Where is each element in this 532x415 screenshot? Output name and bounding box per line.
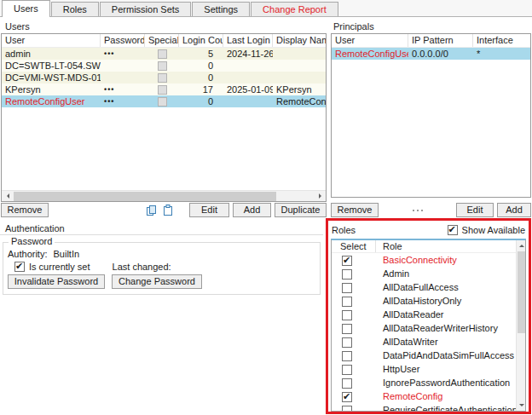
col-header-user[interactable]: User: [2, 34, 101, 47]
role-checkbox[interactable]: [342, 365, 352, 375]
role-table-row[interactable]: DataPidAndDataSimFullAccess: [332, 349, 525, 362]
is-currently-set-checkbox[interactable]: [14, 262, 25, 272]
login-count-cell: 0: [179, 96, 223, 107]
user-table-row[interactable]: DC=VMI-WST-MDS-01.ve 0: [2, 72, 326, 84]
display-name-cell: KPersyn: [273, 84, 326, 95]
special-cell: [145, 96, 179, 107]
tab-roles[interactable]: Roles: [51, 2, 99, 16]
copy-icon[interactable]: [145, 204, 158, 217]
special-checkbox[interactable]: [158, 85, 167, 95]
col-header-select[interactable]: Select: [332, 240, 376, 252]
role-table-row[interactable]: AllDataWriter: [332, 335, 525, 349]
role-checkbox[interactable]: [342, 337, 352, 348]
principals-button-row: Remove Edit Add: [331, 203, 531, 217]
principals-add-button[interactable]: Add: [497, 203, 531, 217]
role-name-cell: AllDataHistoryOnly: [376, 296, 525, 306]
role-table-row[interactable]: AllDataReaderWriterHistory: [332, 321, 525, 335]
users-table[interactable]: User Password Special Login Count Last L…: [1, 33, 327, 202]
last-changed-label: Last changed:: [113, 262, 171, 272]
special-cell: [145, 61, 179, 72]
scrollbar-thumb[interactable]: [14, 192, 276, 201]
role-name-cell: AllDataReader: [376, 309, 525, 320]
users-remove-button[interactable]: Remove: [1, 203, 49, 217]
tab-permission-sets[interactable]: Permission Sets: [100, 2, 191, 16]
role-table-row[interactable]: HttpUser: [332, 362, 525, 376]
password-group-title: Password: [9, 236, 55, 246]
role-select-cell: [332, 308, 376, 320]
special-checkbox[interactable]: [158, 61, 167, 71]
tab-change-report[interactable]: Change Report: [251, 2, 338, 16]
principals-table[interactable]: User IP Pattern Interface RemoteConfigUs…: [331, 33, 531, 198]
role-checkbox[interactable]: [342, 310, 352, 320]
users-horizontal-scrollbar[interactable]: [2, 190, 326, 201]
user-cell: KPersyn: [2, 84, 101, 95]
tab-settings[interactable]: Settings: [192, 2, 250, 16]
splitter-handle-icon[interactable]: [413, 210, 423, 211]
role-checkbox[interactable]: [342, 324, 352, 334]
special-cell: [145, 72, 179, 84]
role-table-row[interactable]: RequireCertificateAuthentication: [332, 403, 525, 412]
change-password-button[interactable]: Change Password: [112, 274, 202, 289]
role-checkbox[interactable]: [342, 256, 352, 266]
role-table-row[interactable]: Admin: [332, 267, 525, 280]
col-header-display-name[interactable]: Display Name: [273, 34, 326, 47]
user-cell: admin: [2, 49, 101, 59]
principals-remove-button[interactable]: Remove: [331, 203, 379, 217]
role-name-cell: RemoteConfig: [376, 391, 525, 401]
principal-table-row[interactable]: RemoteConfigUser 0.0.0.0/0 *: [332, 48, 530, 60]
user-table-row[interactable]: KPersyn ••• 17 2025-01-09 KPersyn: [2, 84, 326, 95]
user-table-row[interactable]: admin ••• 5 2024-11-26: [2, 48, 326, 60]
role-table-row[interactable]: AllDataHistoryOnly: [332, 294, 525, 308]
user-table-row[interactable]: RemoteConfigUser ••• 0 RemoteConfig: [2, 95, 326, 107]
role-checkbox[interactable]: [342, 392, 352, 402]
col-header-principal-user[interactable]: User: [332, 34, 408, 47]
principal-user-cell: RemoteConfigUser: [332, 49, 408, 59]
show-available-checkbox[interactable]: [448, 225, 458, 235]
scroll-right-icon[interactable]: [315, 191, 326, 201]
col-header-ip-pattern[interactable]: IP Pattern: [408, 34, 473, 47]
invalidate-password-button[interactable]: Invalidate Password: [8, 274, 105, 289]
col-header-role[interactable]: Role: [376, 240, 525, 252]
role-select-cell: [332, 404, 376, 412]
scrollbar-thumb[interactable]: [518, 251, 525, 333]
paste-icon[interactable]: [161, 204, 174, 217]
principals-section-title: Principals: [333, 21, 374, 32]
interface-cell: *: [473, 49, 530, 59]
roles-vertical-scrollbar[interactable]: [516, 240, 525, 411]
special-checkbox[interactable]: [158, 49, 167, 59]
role-checkbox[interactable]: [342, 378, 352, 389]
is-currently-set-label: Is currently set: [29, 262, 90, 272]
col-header-last-login[interactable]: Last Login: [223, 34, 273, 47]
role-table-row[interactable]: BasicConnectivity: [332, 253, 525, 267]
role-table-row[interactable]: IgnorePasswordAuthentication: [332, 376, 525, 389]
users-edit-button[interactable]: Edit: [189, 203, 229, 217]
role-select-cell: [332, 254, 376, 265]
role-table-row[interactable]: AllDataFullAccess: [332, 280, 525, 294]
role-table-row[interactable]: RemoteConfig: [332, 389, 525, 403]
special-checkbox[interactable]: [158, 73, 167, 83]
scroll-up-icon[interactable]: [517, 240, 526, 251]
tab-users[interactable]: Users: [2, 0, 50, 17]
user-cell: DC=VMI-WST-MDS-01.ve: [2, 72, 101, 83]
scroll-down-icon[interactable]: [517, 401, 526, 411]
col-header-interface[interactable]: Interface: [473, 34, 530, 47]
col-header-password[interactable]: Password: [101, 34, 145, 47]
user-table-row[interactable]: DC=SWTB-LT-054.SWTBO 0: [2, 60, 326, 72]
scroll-left-icon[interactable]: [2, 191, 13, 201]
users-add-button[interactable]: Add: [233, 203, 271, 217]
principals-edit-button[interactable]: Edit: [456, 203, 494, 217]
role-name-cell: AllDataFullAccess: [376, 282, 525, 292]
role-checkbox[interactable]: [342, 283, 352, 293]
role-checkbox[interactable]: [342, 269, 352, 280]
users-duplicate-button[interactable]: Duplicate: [275, 203, 327, 217]
roles-panel: Roles Show Available Select Role BasicCo…: [326, 218, 531, 414]
col-header-login-count[interactable]: Login Count: [179, 34, 223, 47]
col-header-special[interactable]: Special: [145, 34, 179, 47]
role-table-row[interactable]: AllDataReader: [332, 308, 525, 321]
role-checkbox[interactable]: [342, 351, 352, 361]
special-checkbox[interactable]: [158, 97, 167, 107]
role-name-cell: IgnorePasswordAuthentication: [376, 378, 525, 388]
role-checkbox[interactable]: [342, 297, 352, 307]
roles-table[interactable]: Select Role BasicConnectivity Admin AllD…: [331, 239, 526, 412]
role-checkbox[interactable]: [342, 406, 352, 412]
